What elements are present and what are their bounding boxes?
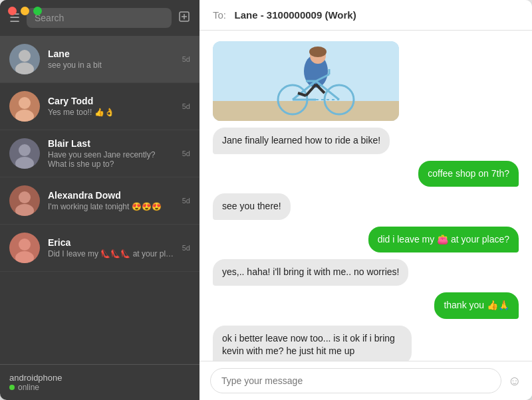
contact-time-cary: 5d bbox=[182, 102, 190, 110]
svg-point-7 bbox=[19, 144, 31, 156]
chat-input-area: ☺ bbox=[200, 361, 532, 400]
contact-time-lane: 5d bbox=[182, 55, 190, 63]
message-bubble-5: yes,.. haha! i'll bring it with me.. no … bbox=[213, 259, 408, 286]
message-bubble-2: coffee shop on 7th? bbox=[418, 161, 519, 187]
emoji-icon[interactable]: ☺ bbox=[508, 373, 521, 389]
messages-area: Jane finally learned how to ride a bike!… bbox=[200, 31, 532, 361]
svg-point-12 bbox=[15, 251, 34, 263]
contact-info-erica: Erica Did I leave my 👠👠👠 at your place? bbox=[48, 237, 174, 258]
bike-image bbox=[213, 41, 399, 121]
message-bubble-6: thank you 👍🙏 bbox=[434, 292, 519, 319]
contact-info-cary: Cary Todd Yes me too!! 👍👌 bbox=[48, 96, 174, 117]
message-row-5: yes,.. haha! i'll bring it with me.. no … bbox=[213, 259, 519, 286]
sidebar: ☰ Lane s bbox=[0, 0, 200, 400]
contact-time-erica: 5d bbox=[182, 244, 190, 252]
message-row-3: see you there! bbox=[213, 193, 519, 220]
contact-preview-erica: Did I leave my 👠👠👠 at your place? bbox=[48, 249, 174, 258]
contact-time-blair: 5d bbox=[182, 150, 190, 157]
contact-preview-blair: Have you seen Jane recently? What is she… bbox=[48, 150, 174, 169]
contact-info-alexandra: Alexandra Dowd I'm working late tonight … bbox=[48, 190, 174, 211]
message-bubble-3: see you there! bbox=[213, 193, 291, 220]
message-row-4: did i leave my 👛 at your place? bbox=[213, 227, 519, 253]
compose-icon[interactable] bbox=[178, 11, 190, 25]
to-label: To: bbox=[213, 9, 226, 21]
contact-preview-cary: Yes me too!! 👍👌 bbox=[48, 108, 174, 117]
svg-point-9 bbox=[19, 191, 31, 203]
message-row-2: coffee shop on 7th? bbox=[213, 161, 519, 187]
message-row-7: ok i better leave now too... is it ok if… bbox=[213, 326, 519, 361]
message-row-1: Jane finally learned how to ride a bike! bbox=[213, 128, 519, 154]
avatar-blair bbox=[9, 138, 40, 169]
contact-name-cary: Cary Todd bbox=[48, 96, 174, 106]
contact-item-alexandra[interactable]: Alexandra Dowd I'm working late tonight … bbox=[0, 177, 200, 225]
message-bubble-1: Jane finally learned how to ride a bike! bbox=[213, 128, 390, 154]
contact-item-cary[interactable]: Cary Todd Yes me too!! 👍👌 5d bbox=[0, 83, 200, 130]
contact-name-erica: Erica bbox=[48, 237, 174, 248]
search-input[interactable] bbox=[27, 8, 172, 28]
message-row-6: thank you 👍🙏 bbox=[213, 292, 519, 319]
contact-preview-alexandra: I'm working late tonight 😍😍😍 bbox=[48, 202, 174, 211]
avatar-lane bbox=[9, 44, 40, 74]
svg-point-5 bbox=[19, 97, 31, 109]
message-bubble-4: did i leave my 👛 at your place? bbox=[368, 227, 519, 253]
svg-point-17 bbox=[309, 47, 327, 57]
message-bubble-7: ok i better leave now too... is it ok if… bbox=[213, 326, 412, 361]
contact-time-alexandra: 5d bbox=[182, 197, 190, 205]
message-input[interactable] bbox=[210, 368, 501, 393]
avatar-alexandra bbox=[9, 185, 40, 216]
footer-device: androidphone bbox=[9, 373, 63, 383]
contact-item-blair[interactable]: Blair Last Have you seen Jane recently? … bbox=[0, 130, 200, 177]
contact-name-lane: Lane bbox=[48, 49, 174, 59]
sidebar-header: ☰ bbox=[0, 0, 200, 36]
window-controls bbox=[8, 7, 42, 15]
sidebar-footer: androidphone online bbox=[0, 364, 200, 400]
avatar-erica bbox=[9, 233, 40, 263]
online-indicator bbox=[9, 385, 15, 390]
contact-info-blair: Blair Last Have you seen Jane recently? … bbox=[48, 138, 174, 169]
svg-point-8 bbox=[15, 157, 34, 169]
contact-preview-lane: see you in a bit bbox=[48, 60, 174, 70]
message-row-image bbox=[213, 41, 519, 121]
chat-header: To: Lane - 3100000009 (Work) bbox=[200, 0, 532, 31]
contact-item-lane[interactable]: Lane see you in a bit 5d bbox=[0, 36, 200, 83]
svg-point-6 bbox=[15, 110, 34, 122]
chat-area: To: Lane - 3100000009 (Work) bbox=[200, 0, 532, 400]
svg-point-4 bbox=[15, 62, 34, 74]
contact-name-alexandra: Alexandra Dowd bbox=[48, 190, 174, 201]
avatar-cary bbox=[9, 91, 40, 122]
footer-status: online bbox=[9, 383, 63, 392]
contact-item-erica[interactable]: Erica Did I leave my 👠👠👠 at your place? … bbox=[0, 225, 200, 272]
contact-info-lane: Lane see you in a bit bbox=[48, 49, 174, 70]
svg-point-11 bbox=[19, 239, 31, 250]
svg-point-10 bbox=[15, 204, 34, 216]
chat-contact-name: Lane - 3100000009 (Work) bbox=[235, 9, 356, 21]
minimize-button[interactable] bbox=[21, 7, 29, 15]
svg-point-3 bbox=[19, 50, 31, 62]
status-label: online bbox=[18, 383, 39, 392]
maximize-button[interactable] bbox=[33, 7, 42, 15]
close-button[interactable] bbox=[8, 7, 17, 15]
contact-name-blair: Blair Last bbox=[48, 138, 174, 149]
contact-list: Lane see you in a bit 5d Cary Todd Yes m… bbox=[0, 36, 200, 364]
